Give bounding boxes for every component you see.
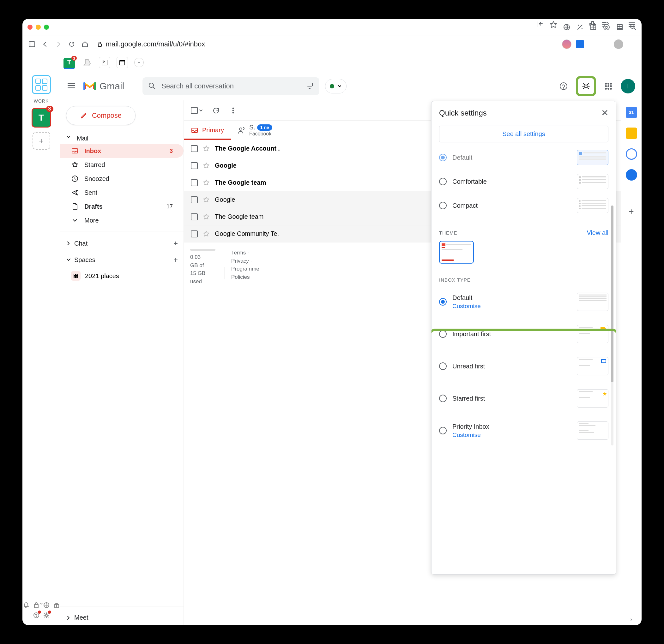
tab-drive[interactable]	[81, 57, 92, 68]
nav-starred[interactable]: Starred	[60, 158, 184, 172]
keep-addon-icon[interactable]	[626, 128, 637, 139]
globe-icon[interactable]	[563, 24, 570, 30]
density-compact-row[interactable]: Compact	[432, 194, 616, 217]
row-checkbox[interactable]	[191, 179, 198, 186]
reading-list-icon[interactable]	[601, 40, 609, 48]
close-window-icon[interactable]	[27, 25, 33, 30]
nav-more[interactable]: More	[60, 213, 184, 227]
gmail-logo[interactable]: Gmail	[83, 81, 124, 91]
star-icon[interactable]	[203, 145, 210, 152]
scrollbar[interactable]	[611, 206, 614, 446]
tab-gmail[interactable]: T3	[63, 58, 75, 69]
bell-icon[interactable]	[23, 602, 30, 609]
row-checkbox[interactable]	[191, 213, 198, 220]
share-icon[interactable]	[537, 40, 545, 48]
workspace-tile[interactable]	[32, 75, 51, 94]
inbox-type-priority[interactable]: Priority Inbox Customise	[432, 414, 616, 447]
star-icon[interactable]	[203, 231, 210, 237]
compose-button[interactable]: Compose	[66, 106, 136, 125]
close-panel-button[interactable]: ✕	[601, 108, 608, 118]
tab-photo[interactable]	[99, 57, 110, 68]
inbox-type-default[interactable]: Default Customise	[432, 286, 616, 318]
sidebar-toggle-icon[interactable]	[28, 40, 36, 48]
theme-thumbnail[interactable]	[439, 241, 474, 264]
extensions-icon[interactable]	[588, 40, 597, 48]
wand-icon[interactable]	[577, 24, 583, 30]
addon-plus-button[interactable]: +	[626, 206, 637, 217]
extension-docs-icon[interactable]	[576, 40, 584, 48]
nav-sent[interactable]: Sent	[60, 186, 184, 199]
radio-icon[interactable]	[439, 202, 447, 209]
nav-inbox[interactable]: Inbox 3	[60, 144, 184, 158]
nav-meet-header[interactable]: Meet	[60, 610, 184, 625]
panel-collapse-button[interactable]: ›	[626, 614, 637, 625]
account-avatar[interactable]: T	[621, 79, 635, 93]
inbox-type-unread[interactable]: Unread first	[432, 350, 616, 382]
star-icon[interactable]	[203, 179, 210, 186]
radio-icon[interactable]	[439, 427, 447, 434]
browser-menu-icon[interactable]	[628, 40, 636, 48]
radio-icon[interactable]	[439, 178, 447, 185]
back-button[interactable]	[41, 40, 49, 48]
gift-icon[interactable]	[53, 602, 60, 609]
account-icon[interactable]	[614, 40, 623, 49]
tab-social[interactable]: S.1 ne Facebook	[231, 121, 279, 140]
search-box[interactable]: Search all conversation	[143, 77, 319, 95]
see-all-settings-button[interactable]: See all settings	[439, 126, 608, 142]
support-button[interactable]	[557, 80, 570, 93]
main-menu-button[interactable]	[67, 81, 77, 91]
inbox-type-important[interactable]: Important first	[432, 318, 616, 350]
refresh-button[interactable]	[212, 107, 220, 114]
star-icon[interactable]	[203, 196, 210, 203]
theme-view-all-link[interactable]: View all	[587, 229, 608, 236]
radio-icon[interactable]	[439, 362, 447, 370]
more-button[interactable]	[229, 107, 237, 114]
spaces-add-button[interactable]: +	[173, 255, 178, 264]
tab-calendar[interactable]	[117, 57, 128, 68]
customise-link[interactable]: Customise	[452, 432, 489, 438]
footer-links[interactable]: Terms ·Privacy ·ProgrammePolicies	[231, 249, 260, 297]
status-pill[interactable]	[325, 79, 347, 93]
gear-badge-icon[interactable]	[43, 612, 50, 620]
apps-grid-button[interactable]	[602, 80, 615, 93]
tasks-addon-icon[interactable]	[626, 148, 637, 160]
help-badge-icon[interactable]	[33, 612, 40, 620]
space-item[interactable]: 2021 places	[60, 268, 184, 284]
quick-settings-body[interactable]: Default Comfortable Compact THEME View a…	[432, 149, 616, 574]
star-icon[interactable]	[203, 213, 210, 220]
density-comfortable-row[interactable]: Comfortable	[432, 170, 616, 194]
search-filter-icon[interactable]	[306, 82, 314, 90]
home-button[interactable]	[81, 40, 89, 48]
radio-selected-icon[interactable]	[439, 298, 447, 306]
profile-avatar-icon[interactable]	[562, 40, 572, 49]
nav-snoozed[interactable]: Snoozed	[60, 172, 184, 186]
radio-icon[interactable]	[439, 394, 447, 402]
settings-button-highlighted[interactable]	[576, 76, 596, 96]
row-checkbox[interactable]	[191, 231, 198, 237]
chat-add-button[interactable]: +	[173, 239, 178, 248]
nav-spaces-header[interactable]: Spaces +	[60, 252, 184, 268]
nav-drafts[interactable]: Drafts 17	[60, 199, 184, 213]
bookmark-star-icon[interactable]	[549, 40, 558, 48]
maximize-window-icon[interactable]	[44, 25, 49, 30]
new-tab-button[interactable]: +	[134, 58, 144, 67]
nav-mail-header[interactable]: Mail	[60, 133, 184, 144]
minimize-window-icon[interactable]	[36, 25, 41, 30]
tab-primary[interactable]: Primary	[184, 121, 231, 140]
forward-button[interactable]	[55, 40, 62, 48]
url-bar[interactable]: mail.google.com/mail/u/0/#inbox	[95, 39, 531, 49]
row-checkbox[interactable]	[191, 162, 198, 169]
radio-selected-icon[interactable]	[439, 154, 447, 161]
calendar-addon-icon[interactable]: 31	[626, 107, 637, 118]
radio-icon[interactable]	[439, 330, 447, 338]
grid2-icon[interactable]	[616, 24, 623, 30]
workspace-account[interactable]: T3	[32, 108, 51, 128]
density-default-row[interactable]: Default	[432, 149, 616, 170]
reload-button[interactable]	[68, 40, 76, 48]
globe-small-icon[interactable]	[43, 602, 50, 609]
workspace-add-button[interactable]: +	[33, 132, 50, 150]
row-checkbox[interactable]	[191, 145, 198, 152]
nav-chat-header[interactable]: Chat +	[60, 235, 184, 252]
row-checkbox[interactable]	[191, 196, 198, 203]
contacts-addon-icon[interactable]	[626, 169, 637, 180]
